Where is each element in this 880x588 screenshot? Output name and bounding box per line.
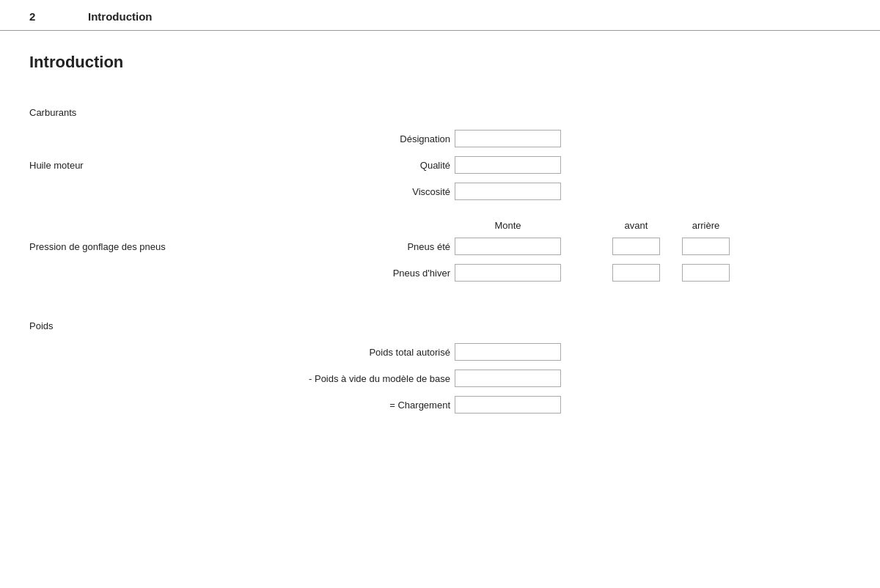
pneus-hiver-row: Pneus d'hiver	[29, 262, 851, 284]
chargement-row: = Chargement	[29, 394, 851, 416]
tyre-header-row: Monte avant arrière	[29, 220, 851, 231]
poids-total-row: Poids total autorisé	[29, 341, 851, 363]
form-section: Carburants Désignation Huile moteur Qual…	[29, 101, 851, 420]
col-avant-header: avant	[612, 220, 660, 231]
main-content: Introduction Carburants Désignation Huil…	[0, 31, 880, 449]
viscosite-row: Viscosité	[29, 180, 851, 202]
poids-total-label: Poids total autorisé	[249, 347, 455, 358]
spacer-1	[29, 207, 851, 220]
pneus-hiver-label: Pneus d'hiver	[249, 268, 455, 279]
poids-label-row: Poids	[29, 315, 851, 337]
pneus-ete-arriere-input[interactable]	[682, 238, 730, 255]
pneus-hiver-monte-input[interactable]	[455, 264, 561, 282]
page-number: 2	[29, 10, 44, 23]
qualite-input[interactable]	[455, 156, 561, 174]
col-arriere-header: arrière	[682, 220, 730, 231]
qualite-label: Qualité	[249, 160, 455, 171]
carburants-row: Carburants	[29, 101, 851, 123]
carburants-label: Carburants	[29, 107, 249, 118]
chargement-label: = Chargement	[249, 400, 455, 411]
pneus-ete-monte-input[interactable]	[455, 238, 561, 255]
header-bar: 2 Introduction	[0, 0, 880, 31]
poids-label: Poids	[29, 320, 249, 331]
designation-row: Désignation	[29, 128, 851, 150]
designation-label: Désignation	[249, 133, 455, 144]
pneus-ete-row: Pression de gonflage des pneus Pneus été	[29, 235, 851, 257]
col-monte-header: Monte	[455, 220, 561, 231]
viscosite-input[interactable]	[455, 183, 561, 200]
pneus-ete-avant-input[interactable]	[612, 238, 660, 255]
spacer-2	[29, 288, 851, 301]
pneus-hiver-avant-input[interactable]	[612, 264, 660, 282]
huile-moteur-row: Huile moteur Qualité	[29, 154, 851, 176]
poids-vide-label: - Poids à vide du modèle de base	[249, 373, 455, 384]
pneus-ete-label: Pneus été	[249, 241, 455, 252]
huile-moteur-label: Huile moteur	[29, 160, 249, 171]
chargement-input[interactable]	[455, 396, 561, 414]
pneus-hiver-arriere-input[interactable]	[682, 264, 730, 282]
page-title: Introduction	[29, 53, 851, 72]
poids-vide-row: - Poids à vide du modèle de base	[29, 367, 851, 389]
poids-total-input[interactable]	[455, 343, 561, 361]
pression-label: Pression de gonflage des pneus	[29, 241, 249, 252]
poids-vide-input[interactable]	[455, 370, 561, 387]
designation-input[interactable]	[455, 130, 561, 147]
header-title: Introduction	[88, 10, 152, 23]
viscosite-label: Viscosité	[249, 186, 455, 197]
poids-section: Poids Poids total autorisé - Poids à vid…	[29, 315, 851, 420]
